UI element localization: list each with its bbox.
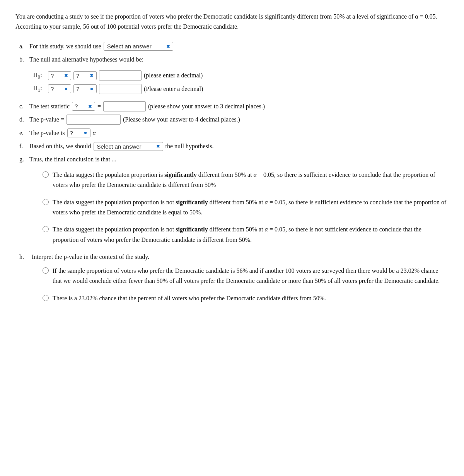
g-option-3-text: The data suggest the population proporti… bbox=[53, 224, 449, 245]
part-c-select[interactable]: ? z t bbox=[72, 102, 95, 111]
part-g-header: g. Thus, the final conclusion is that ..… bbox=[19, 154, 449, 164]
part-e-content: The p-value is ? < > = α bbox=[29, 128, 96, 138]
part-h: h. Interpret the p-value in the context … bbox=[19, 252, 449, 303]
part-c-equals: = bbox=[97, 101, 101, 111]
g-option-3: The data suggest the population proporti… bbox=[43, 224, 449, 245]
part-e-select[interactable]: ? < > = bbox=[67, 128, 90, 137]
h-option-1-text: If the sample proportion of voters who p… bbox=[53, 266, 449, 286]
h-radio-2[interactable] bbox=[43, 295, 49, 301]
part-a-prefix: For this study, we should use bbox=[29, 41, 101, 51]
part-c-prefix: The test statistic bbox=[29, 101, 70, 111]
part-g-prefix: Thus, the final conclusion is that ... bbox=[29, 154, 116, 164]
g1-bold: significantly bbox=[164, 171, 197, 178]
intro-text: You are conducting a study to see if the… bbox=[15, 12, 449, 32]
part-g: g. Thus, the final conclusion is that ..… bbox=[19, 154, 449, 245]
questions-container: a. For this study, we should use Select … bbox=[15, 41, 449, 303]
part-h-prefix: Interpret the p-value in the context of … bbox=[32, 252, 149, 262]
h0-hint: (please enter a decimal) bbox=[144, 70, 203, 80]
part-c-content: The test statistic ? z t = (please show … bbox=[29, 101, 265, 111]
g-option-1: The data suggest the populaton proportio… bbox=[43, 170, 449, 190]
part-f: f. Based on this, we should Select an an… bbox=[19, 141, 449, 151]
part-b-prefix: The null and alternative hypotheses woul… bbox=[29, 55, 143, 65]
g2-bold: significantly bbox=[176, 199, 208, 205]
part-f-prefix: Based on this, we should bbox=[29, 141, 91, 151]
part-e-label: e. bbox=[19, 128, 27, 138]
part-f-suffix: the null hypothesis. bbox=[165, 141, 214, 151]
part-c-label: c. bbox=[19, 101, 27, 111]
part-e: e. The p-value is ? < > = α bbox=[19, 128, 449, 138]
part-d-input[interactable] bbox=[67, 115, 121, 125]
g-radio-1[interactable] bbox=[43, 171, 49, 178]
h1-row: H1: ? p μ ? = ≠ < > (Please enter a deci… bbox=[33, 83, 449, 94]
h-option-2-text: There is a 23.02% chance that the percen… bbox=[53, 293, 326, 303]
part-b: b. The null and alternative hypotheses w… bbox=[19, 55, 449, 94]
part-f-content: Based on this, we should Select an answe… bbox=[29, 141, 213, 151]
intro-paragraph: You are conducting a study to see if the… bbox=[15, 12, 449, 32]
part-b-header: b. The null and alternative hypotheses w… bbox=[19, 55, 449, 65]
part-a-label: a. bbox=[19, 41, 27, 51]
h0-row: H0: ? p μ ? = ≠ < > (please enter a deci… bbox=[33, 70, 449, 81]
part-h-label: h. bbox=[19, 252, 27, 262]
g3-bold: significantly bbox=[176, 226, 208, 233]
part-h-header: h. Interpret the p-value in the context … bbox=[19, 252, 449, 262]
h1-hint: (Please enter a decimal) bbox=[144, 84, 203, 94]
g-option-2-text: The data suggest the population proporti… bbox=[53, 197, 449, 218]
h0-select2[interactable]: ? = ≠ < > bbox=[73, 71, 97, 80]
h1-input[interactable] bbox=[99, 84, 142, 94]
g-radio-2[interactable] bbox=[43, 199, 49, 205]
part-c-hint: (please show your answer to 3 decimal pl… bbox=[148, 101, 265, 111]
part-f-select[interactable]: Select an answer reject fail to reject a… bbox=[94, 142, 163, 151]
part-g-label: g. bbox=[19, 154, 27, 164]
part-b-hypotheses: H0: ? p μ ? = ≠ < > (please enter a deci… bbox=[19, 70, 449, 94]
h-option-1: If the sample proportion of voters who p… bbox=[43, 266, 449, 286]
part-e-alpha: α bbox=[93, 128, 96, 138]
part-d-content: The p-value = (Please show your answer t… bbox=[29, 115, 240, 125]
part-g-options: The data suggest the populaton proportio… bbox=[19, 170, 449, 245]
part-c-input[interactable] bbox=[103, 101, 146, 111]
part-b-label: b. bbox=[19, 55, 27, 65]
h0-select1[interactable]: ? p μ bbox=[48, 71, 71, 80]
g-option-1-text: The data suggest the populaton proportio… bbox=[53, 170, 449, 190]
h1-select2[interactable]: ? = ≠ < > bbox=[73, 84, 97, 93]
h0-input[interactable] bbox=[99, 70, 142, 80]
part-a: a. For this study, we should use Select … bbox=[19, 41, 449, 51]
h0-label: H0: bbox=[33, 70, 46, 81]
part-d-prefix: The p-value = bbox=[29, 115, 64, 125]
h1-label: H1: bbox=[33, 83, 46, 94]
g-radio-3[interactable] bbox=[43, 226, 49, 232]
part-d-hint: (Please show your answer to 4 decimal pl… bbox=[123, 115, 240, 125]
part-f-label: f. bbox=[19, 141, 27, 151]
h-radio-1[interactable] bbox=[43, 267, 49, 274]
g-option-2: The data suggest the population proporti… bbox=[43, 197, 449, 218]
part-e-prefix: The p-value is bbox=[29, 128, 65, 138]
part-d-label: d. bbox=[19, 115, 27, 125]
part-h-options: If the sample proportion of voters who p… bbox=[19, 266, 449, 303]
part-a-content: For this study, we should use Select an … bbox=[29, 41, 173, 51]
h1-select1[interactable]: ? p μ bbox=[48, 84, 71, 93]
part-a-select[interactable]: Select an answer a one-tailed test a two… bbox=[104, 42, 173, 51]
part-c: c. The test statistic ? z t = (please sh… bbox=[19, 101, 449, 111]
h-option-2: There is a 23.02% chance that the percen… bbox=[43, 293, 449, 303]
part-d: d. The p-value = (Please show your answe… bbox=[19, 115, 449, 125]
